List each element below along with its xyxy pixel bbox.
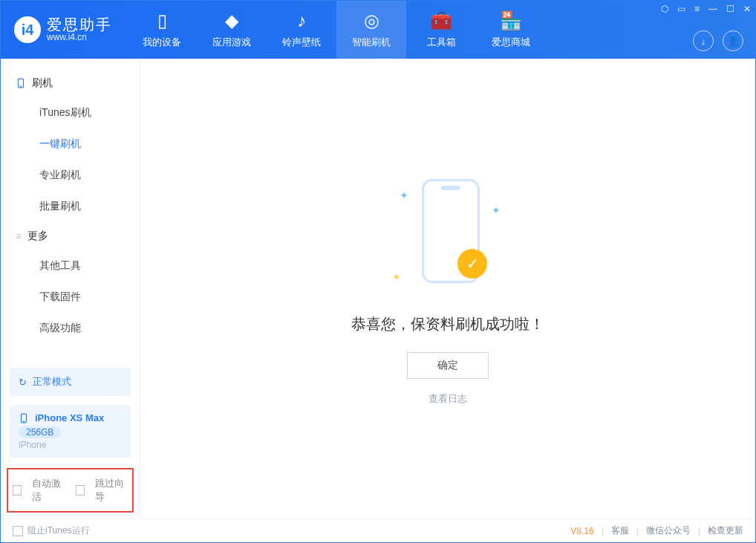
app-header: i4 爱思助手 www.i4.cn ▯我的设备 ◆应用游戏 ♪铃声壁纸 ◎智能刷…	[1, 1, 755, 59]
logo-area: i4 爱思助手 www.i4.cn	[14, 16, 112, 43]
mode-label: 正常模式	[33, 375, 71, 388]
sparkle-icon: ✦	[392, 271, 401, 283]
device-type: iPhone	[19, 440, 122, 450]
version-label: V8.16	[570, 526, 593, 536]
ok-button[interactable]: 确定	[407, 352, 489, 379]
sidebar-item-other-tools[interactable]: 其他工具	[1, 250, 140, 282]
device-name: iPhone XS Max	[35, 412, 104, 423]
sidebar-item-itunes-flash[interactable]: iTunes刷机	[1, 97, 140, 129]
sidebar-item-advanced[interactable]: 高级功能	[1, 313, 140, 344]
skip-wizard-label: 跳过向导	[95, 477, 128, 504]
body-area: 刷机 iTunes刷机 一键刷机 专业刷机 批量刷机 ≡ 更多 其他工具 下载固…	[1, 59, 755, 518]
header-aux-icons: ↓ 👤	[693, 30, 743, 51]
sidebar-item-download-firmware[interactable]: 下载固件	[1, 282, 140, 313]
maximize-button[interactable]: ☐	[726, 4, 734, 14]
tab-my-device[interactable]: ▯我的设备	[127, 1, 197, 59]
tab-label: 铃声壁纸	[282, 36, 321, 49]
sidebar-item-batch-flash[interactable]: 批量刷机	[1, 191, 140, 222]
sidebar-item-pro-flash[interactable]: 专业刷机	[1, 160, 140, 191]
list-icon: ≡	[16, 230, 22, 242]
tab-label: 爱思商城	[492, 36, 530, 49]
shield-icon: ◎	[364, 10, 379, 31]
minimize-button[interactable]: —	[708, 4, 717, 14]
nav-tabs: ▯我的设备 ◆应用游戏 ♪铃声壁纸 ◎智能刷机 🧰工具箱 🏪爱思商城	[127, 1, 546, 59]
tab-toolbox[interactable]: 🧰工具箱	[406, 1, 476, 59]
auto-activate-label: 自动激活	[32, 477, 65, 504]
user-icon[interactable]: 👤	[723, 30, 743, 51]
window-controls: ⬡ ▭ ≡ — ☐ ✕	[661, 4, 751, 14]
sparkle-icon: ✦	[400, 189, 408, 201]
sidebar-section-more: ≡ 更多	[1, 222, 140, 250]
cube-icon: ◆	[225, 10, 238, 31]
sidebar-section-flash: 刷机	[1, 69, 140, 97]
app-title: 爱思助手	[47, 16, 112, 33]
tab-store[interactable]: 🏪爱思商城	[476, 1, 546, 59]
tab-label: 智能刷机	[352, 36, 391, 49]
footer-bar: 阻止iTunes运行 V8.16 | 客服 | 微信公众号 | 检查更新	[1, 518, 755, 542]
section-title: 刷机	[32, 77, 53, 90]
success-message: 恭喜您，保资料刷机成功啦！	[351, 314, 544, 334]
main-content: ✦ ✦ ✦ ✓ 恭喜您，保资料刷机成功啦！ 确定 查看日志	[140, 59, 755, 518]
app-subtitle: www.i4.cn	[47, 33, 112, 42]
tab-label: 我的设备	[143, 36, 181, 49]
store-icon: 🏪	[500, 10, 522, 31]
phone-icon	[19, 413, 29, 423]
bottom-options-highlighted: 自动激活 跳过向导	[7, 468, 134, 513]
wechat-link[interactable]: 微信公众号	[646, 524, 691, 537]
sidebar: 刷机 iTunes刷机 一键刷机 专业刷机 批量刷机 ≡ 更多 其他工具 下载固…	[1, 59, 140, 518]
check-update-link[interactable]: 检查更新	[708, 524, 743, 537]
device-card[interactable]: iPhone XS Max 256GB iPhone	[10, 405, 131, 458]
separator: |	[698, 526, 700, 536]
section-title: 更多	[27, 230, 48, 243]
app-logo-icon: i4	[14, 16, 41, 43]
stop-itunes-label: 阻止iTunes运行	[27, 524, 90, 537]
skin-icon[interactable]: ⬡	[661, 4, 668, 14]
separator: |	[636, 526, 639, 536]
refresh-icon: ↻	[19, 377, 27, 388]
view-log-link[interactable]: 查看日志	[428, 392, 467, 406]
separator: |	[602, 526, 604, 536]
device-icon: ▯	[157, 10, 167, 31]
sidebar-item-oneclick-flash[interactable]: 一键刷机	[1, 129, 140, 160]
download-icon[interactable]: ↓	[693, 30, 714, 51]
tab-label: 应用游戏	[212, 36, 251, 49]
support-link[interactable]: 客服	[611, 524, 629, 537]
success-illustration: ✦ ✦ ✦ ✓	[385, 172, 511, 298]
stop-itunes-checkbox[interactable]	[13, 526, 23, 536]
device-capacity: 256GB	[19, 426, 61, 438]
menu-icon[interactable]: ≡	[694, 4, 700, 14]
settings-icon[interactable]: ▭	[677, 4, 685, 14]
music-icon: ♪	[297, 10, 306, 31]
auto-activate-checkbox[interactable]	[13, 485, 22, 495]
skip-wizard-checkbox[interactable]	[76, 485, 85, 495]
mode-card[interactable]: ↻ 正常模式	[10, 368, 131, 396]
tab-ringtones[interactable]: ♪铃声壁纸	[267, 1, 336, 59]
checkmark-badge-icon: ✓	[457, 249, 487, 279]
sparkle-icon: ✦	[492, 204, 501, 216]
close-button[interactable]: ✕	[743, 4, 751, 14]
toolbox-icon: 🧰	[430, 10, 452, 31]
tab-apps-games[interactable]: ◆应用游戏	[197, 1, 267, 59]
tab-label: 工具箱	[427, 36, 456, 49]
tab-smart-flash[interactable]: ◎智能刷机	[336, 1, 406, 59]
phone-icon	[16, 78, 26, 88]
